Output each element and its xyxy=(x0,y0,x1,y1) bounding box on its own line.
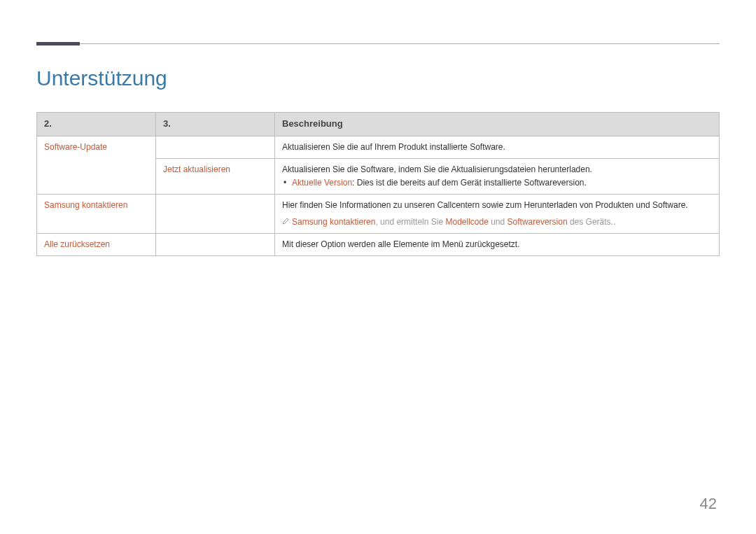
pencil-icon xyxy=(282,216,289,223)
label-software-update: Software-Update xyxy=(44,142,107,152)
desc-update-now: Aktualisieren Sie die Software, indem Si… xyxy=(275,158,720,194)
empty-cell xyxy=(156,195,275,233)
note-a3: Softwareversion xyxy=(507,217,568,227)
desc-update-text: Aktualisieren Sie die Software, indem Si… xyxy=(282,163,712,176)
cell-reset-all: Alle zurücksetzen xyxy=(37,233,156,255)
col-header-2: 2. xyxy=(37,113,156,136)
empty-cell xyxy=(156,136,275,158)
table-row: Alle zurücksetzen Mit dieser Option werd… xyxy=(37,233,720,255)
header-accent xyxy=(36,42,80,45)
table-header-row: 2. 3. Beschreibung xyxy=(37,113,720,136)
cell-update-now: Jetzt aktualisieren xyxy=(156,158,275,194)
support-table-wrap: 2. 3. Beschreibung Software-Update Aktua… xyxy=(36,112,720,256)
desc-software-update: Aktualisieren Sie die auf Ihrem Produkt … xyxy=(275,136,720,158)
label-reset-all: Alle zurücksetzen xyxy=(44,239,110,249)
header-rule xyxy=(36,43,720,44)
page-title: Unterstützung xyxy=(36,66,167,90)
table-row: Software-Update Aktualisieren Sie die au… xyxy=(37,136,720,158)
desc-reset-all: Mit dieser Option werden alle Elemente i… xyxy=(275,233,720,255)
note-m3: des Geräts.. xyxy=(568,217,616,227)
col-header-desc: Beschreibung xyxy=(275,113,720,136)
cell-software-update: Software-Update xyxy=(37,136,156,195)
note-m1: , und ermitteln Sie xyxy=(375,217,445,227)
bullet-current-version: Aktuelle Version: Dies ist die bereits a… xyxy=(282,176,712,190)
note-contact: Samsung kontaktieren, und ermitteln Sie … xyxy=(282,216,712,229)
cell-contact-samsung: Samsung kontaktieren xyxy=(37,195,156,233)
bullet-rest: : Dies ist die bereits auf dem Gerät ins… xyxy=(352,178,587,188)
desc-contact-samsung: Hier finden Sie Informationen zu unseren… xyxy=(275,195,720,233)
label-update-now: Jetzt aktualisieren xyxy=(163,164,230,174)
note-m2: und xyxy=(489,217,507,227)
bullet-label: Aktuelle Version xyxy=(292,178,352,188)
page-number: 42 xyxy=(700,495,717,513)
desc-contact-text: Hier finden Sie Informationen zu unseren… xyxy=(282,199,712,212)
note-a2: Modellcode xyxy=(445,217,488,227)
col-header-3: 3. xyxy=(156,113,275,136)
label-contact-samsung: Samsung kontaktieren xyxy=(44,200,127,210)
table-row: Samsung kontaktieren Hier finden Sie Inf… xyxy=(37,195,720,233)
support-table: 2. 3. Beschreibung Software-Update Aktua… xyxy=(36,112,720,256)
empty-cell xyxy=(156,233,275,255)
note-a1: Samsung kontaktieren xyxy=(292,217,375,227)
